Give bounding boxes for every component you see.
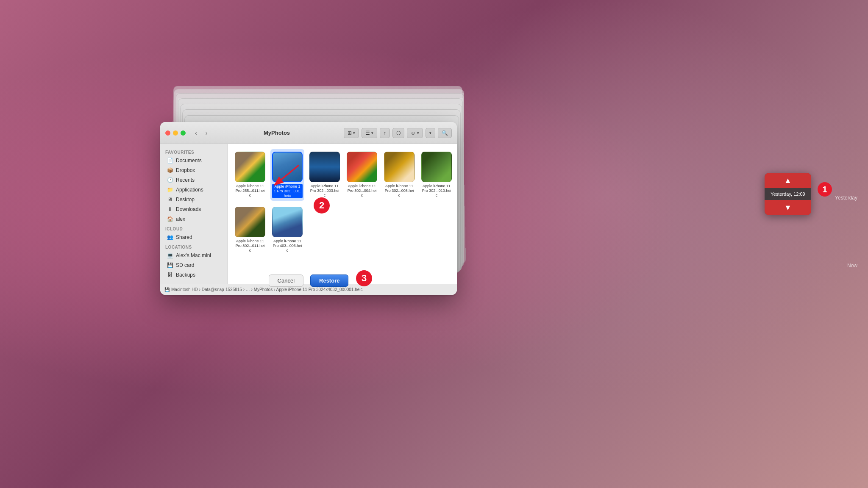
user-icon: 🏠 (167, 216, 173, 222)
file-item-7[interactable]: Apple iPhone 11 Pro 302...011.heic (233, 204, 267, 255)
sidebar-item-applications[interactable]: 📁 Applications (162, 185, 226, 194)
documents-icon: 📄 (167, 158, 173, 164)
view-icon-button[interactable]: ⊞ ▾ (344, 128, 359, 138)
file-label-6: Apple iPhone 11 Pro 302...010.heic (421, 184, 452, 197)
chevron-down-icon: ▾ (353, 131, 355, 135)
timeline-yesterday: Yesterday (835, 195, 857, 201)
share-button[interactable]: ↑ (380, 128, 390, 138)
sidebar-item-documents[interactable]: 📄 Documents (162, 156, 226, 165)
sidebar-item-recents[interactable]: 🕐 Recents (162, 175, 226, 185)
file-thumb-7 (235, 207, 265, 237)
timemachine-up-button[interactable]: ▲ (784, 176, 792, 185)
close-button[interactable] (165, 130, 170, 136)
finder-body: Favourites 📄 Documents 📦 Dropbox 🕐 Recen… (160, 144, 457, 284)
file-item-5[interactable]: Apple iPhone 11 Pro 302...008.heic (382, 149, 416, 201)
toolbar-actions: ⊞ ▾ ☰ ▾ ↑ ⬡ ☺ ▾ ▾ 🔍 (344, 128, 452, 138)
cancel-button[interactable]: Cancel (269, 274, 303, 287)
window-title: MyPhotos (213, 130, 340, 136)
more-button[interactable]: ▾ (426, 128, 435, 138)
timemachine-down-button[interactable]: ▼ (784, 203, 792, 212)
sidebar-item-shared[interactable]: 👥 Shared (162, 233, 226, 242)
tag-icon: ⬡ (396, 130, 401, 136)
finder-window: ‹ › MyPhotos ⊞ ▾ ☰ ▾ ↑ ⬡ ☺ ▾ (160, 122, 457, 295)
sidebar-label-downloads: Downloads (176, 206, 201, 212)
restore-button[interactable]: Restore (310, 274, 348, 287)
sidebar-label-recents: Recents (176, 177, 195, 183)
sidebar-label-alex: alex (176, 216, 185, 222)
sidebar-item-alex[interactable]: 🏠 alex (162, 214, 226, 224)
sidebar-item-sdcard[interactable]: 💾 SD card (162, 261, 226, 270)
badge-2: 2 (314, 197, 330, 214)
action-button[interactable]: ☺ ▾ (407, 128, 423, 138)
file-item-1[interactable]: Apple iPhone 11 Pro 255...011.heic (233, 149, 267, 201)
back-button[interactable]: ‹ (192, 128, 200, 138)
timemachine-up-area: ▲ (765, 173, 811, 188)
file-label-2: Apple iPhone 11 Pro 302...001.heic (272, 184, 303, 198)
timemachine-down-area: ▼ (765, 200, 811, 215)
shared-icon: 👥 (167, 234, 173, 240)
traffic-lights (165, 130, 186, 136)
file-item-6[interactable]: Apple iPhone 11 Pro 302...010.heic (420, 149, 453, 201)
file-thumb-2 (272, 152, 303, 182)
file-thumb-3 (309, 152, 340, 182)
downloads-icon: ⬇ (167, 206, 173, 212)
sidebar-label-shared: Shared (176, 234, 192, 240)
file-item-2[interactable]: Apple iPhone 11 Pro 302...001.heic (270, 149, 304, 201)
file-grid: Apple iPhone 11 Pro 255...011.heic Apple… (233, 149, 452, 255)
sidebar-label-documents: Documents (176, 158, 202, 164)
sidebar-label-sdcard: SD card (176, 262, 194, 268)
applications-icon: 📁 (167, 187, 173, 193)
file-thumb-6 (421, 152, 452, 182)
sdcard-icon: 💾 (167, 262, 173, 268)
sidebar-label-dropbox: Dropbox (176, 167, 195, 173)
file-label-5: Apple iPhone 11 Pro 302...008.heic (384, 184, 415, 197)
file-thumb-1 (235, 152, 265, 182)
dropbox-icon: 📦 (167, 167, 173, 173)
badge-3: 3 (356, 270, 372, 286)
minimize-button[interactable] (173, 130, 178, 136)
recents-icon: 🕐 (167, 177, 173, 183)
list-icon: ☰ (365, 130, 370, 136)
forward-button[interactable]: › (203, 128, 210, 138)
search-button[interactable]: 🔍 (438, 128, 452, 138)
timemachine-panel: ▲ Yesterday, 12:09 ▼ (765, 173, 811, 215)
sidebar-label-applications: Applications (176, 187, 203, 193)
desktop-icon: 🖥 (167, 197, 173, 202)
file-item-4[interactable]: Apple iPhone 11 Pro 302...004.heic (345, 149, 379, 201)
sidebar-item-alex-mac[interactable]: 💻 Alex's Mac mini (162, 251, 226, 260)
timeline-now: Now (847, 263, 857, 269)
file-item-3[interactable]: Apple iPhone 11 Pro 302...003.heic (308, 149, 342, 201)
sidebar-item-desktop[interactable]: 🖥 Desktop (162, 195, 226, 204)
favourites-label: Favourites (160, 147, 228, 155)
badge-1: 1 (818, 182, 832, 197)
finder-sidebar: Favourites 📄 Documents 📦 Dropbox 🕐 Recen… (160, 144, 228, 284)
mac-icon: 💻 (167, 252, 173, 258)
sidebar-item-dropbox[interactable]: 📦 Dropbox (162, 166, 226, 175)
file-label-3: Apple iPhone 11 Pro 302...003.heic (309, 184, 340, 197)
file-item-8[interactable]: Apple iPhone 11 Pro 403...003.heic (270, 204, 304, 255)
timemachine-time: Yesterday, 12:09 (765, 188, 811, 200)
file-label-1: Apple iPhone 11 Pro 255...011.heic (235, 184, 265, 197)
file-label-8: Apple iPhone 11 Pro 403...003.heic (272, 239, 303, 252)
view-list-button[interactable]: ☰ ▾ (362, 128, 377, 138)
sidebar-item-downloads[interactable]: ⬇ Downloads (162, 205, 226, 214)
more-icon: ▾ (429, 131, 431, 135)
file-label-7: Apple iPhone 11 Pro 302...011.heic (235, 239, 265, 252)
file-thumb-4 (347, 152, 377, 182)
file-label-4: Apple iPhone 11 Pro 302...004.heic (347, 184, 377, 197)
action-icon: ☺ (411, 130, 416, 136)
finder-toolbar: ‹ › MyPhotos ⊞ ▾ ☰ ▾ ↑ ⬡ ☺ ▾ (160, 122, 457, 144)
maximize-button[interactable] (181, 130, 186, 136)
grid-icon: ⊞ (348, 130, 352, 136)
sidebar-label-desktop: Desktop (176, 197, 195, 202)
icloud-label: iCloud (160, 224, 228, 232)
share-icon: ↑ (384, 130, 386, 136)
file-thumb-8 (272, 207, 303, 237)
tag-button[interactable]: ⬡ (392, 128, 404, 138)
bottom-buttons: Cancel Restore (160, 269, 457, 292)
chevron-down-icon3: ▾ (417, 131, 419, 135)
file-thumb-5 (384, 152, 415, 182)
finder-content: Apple iPhone 11 Pro 255...011.heic Apple… (228, 144, 457, 284)
search-icon: 🔍 (442, 130, 448, 136)
chevron-down-icon2: ▾ (371, 131, 373, 135)
